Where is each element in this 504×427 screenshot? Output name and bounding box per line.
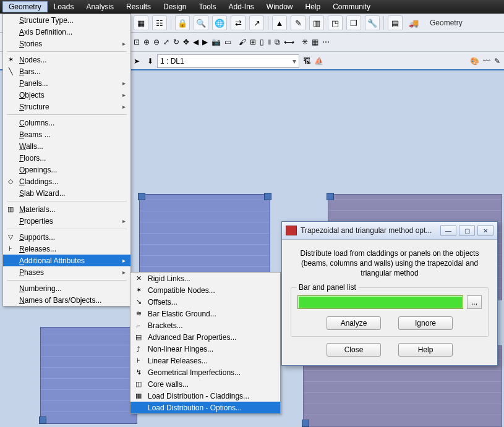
slab-left-top[interactable] xyxy=(139,194,270,279)
submenu-item[interactable]: ✶Compatible Nodes... xyxy=(130,284,280,296)
menu-analysis[interactable]: Analysis xyxy=(80,1,120,12)
menu-tools[interactable]: Tools xyxy=(192,1,222,12)
submenu-item[interactable]: ⤴Non-linear Hinges... xyxy=(130,343,280,355)
connect-icon[interactable]: ⇄ xyxy=(231,15,246,30)
dialog-titlebar[interactable]: Trapezoidal and triangular method opt...… xyxy=(282,222,497,240)
axis3d-icon[interactable]: ✳ xyxy=(302,38,308,46)
edit-icon[interactable]: ✎ xyxy=(291,15,305,30)
globe-icon[interactable]: 🌐 xyxy=(212,15,227,30)
zoom-window-icon[interactable]: ⊡ xyxy=(134,38,140,46)
menu-item[interactable]: Numbering... xyxy=(3,282,130,294)
box-icon[interactable]: ▭ xyxy=(224,38,231,46)
slab-left-bot[interactable] xyxy=(40,327,137,424)
loadcase-select[interactable]: 1 : DL1 ▾ xyxy=(157,54,299,68)
section-icon[interactable]: ▯ xyxy=(260,38,264,46)
handle[interactable] xyxy=(264,193,271,200)
menu-item[interactable]: Columns... xyxy=(3,117,130,129)
submenu-item[interactable]: ≋Bar Elastic Ground... xyxy=(130,308,280,319)
pointer-icon[interactable]: ➤ xyxy=(134,57,140,66)
help-button[interactable]: Help xyxy=(398,343,453,357)
menu-addins[interactable]: Add-Ins xyxy=(222,1,260,12)
minimize-button[interactable]: — xyxy=(440,225,456,236)
browse-button[interactable]: ... xyxy=(467,295,482,309)
menu-item[interactable]: ▥Materials... xyxy=(3,203,130,215)
menu-item[interactable]: ▽Supports... xyxy=(3,231,130,243)
submenu-item[interactable]: Load Distribution - Options... xyxy=(130,402,280,413)
submenu-item[interactable]: ▦Load Distribution - Claddings... xyxy=(130,390,280,402)
layout-icon[interactable]: ▤ xyxy=(388,15,403,30)
menu-item[interactable]: ◇Claddings... xyxy=(3,175,130,187)
handle[interactable] xyxy=(138,193,145,200)
menu-community[interactable]: Community xyxy=(327,1,377,12)
brush-icon[interactable]: 🖌 xyxy=(239,38,246,46)
menu-item[interactable]: Floors... xyxy=(3,152,130,164)
menu-item[interactable]: Stories▸ xyxy=(3,38,130,49)
wall-icon[interactable]: ▥ xyxy=(309,15,324,30)
cube-icon[interactable]: ◳ xyxy=(328,15,343,30)
ignore-button[interactable]: Ignore xyxy=(398,316,453,330)
calc-icon[interactable]: ▦ xyxy=(134,15,148,30)
menu-item[interactable]: Slab Wizard... xyxy=(3,187,130,199)
pan-icon[interactable]: ✥ xyxy=(183,38,189,46)
zoom-in-icon[interactable]: ⊕ xyxy=(143,38,150,46)
menu-window[interactable]: Window xyxy=(260,1,299,12)
axis-icon[interactable]: ↗ xyxy=(249,15,264,30)
ship-icon[interactable]: ⛵ xyxy=(314,57,323,66)
submenu-item[interactable]: ↘Offsets... xyxy=(130,296,280,308)
menu-item[interactable]: Axis Definition... xyxy=(3,26,130,38)
close-button[interactable]: Close xyxy=(327,343,381,357)
table-icon[interactable]: ☷ xyxy=(152,15,167,30)
submenu-item[interactable]: ↯Geometrical Imperfections... xyxy=(130,366,280,378)
submenu-item[interactable]: ⌐Brackets... xyxy=(130,319,280,331)
foundation-icon[interactable]: 🏗 xyxy=(303,57,310,66)
menu-item[interactable]: Phases▸ xyxy=(3,266,130,278)
menu-geometry[interactable]: Geometry xyxy=(2,1,48,12)
menu-item[interactable]: ✶Nodes... xyxy=(3,54,130,66)
menu-item[interactable]: Additional Attributes▸ xyxy=(3,255,130,266)
submenu-item[interactable]: ▤Advanced Bar Properties... xyxy=(130,331,280,343)
menu-item[interactable]: Properties▸ xyxy=(3,215,130,227)
tool-icon[interactable]: ✎ xyxy=(494,57,500,66)
menu-item[interactable]: ⊦Releases... xyxy=(3,243,130,255)
menu-item[interactable]: Objects▸ xyxy=(3,89,130,101)
submenu-item[interactable]: ◫Core walls... xyxy=(130,378,280,390)
cube3d-icon[interactable]: ❒ xyxy=(346,15,361,30)
menu-item[interactable]: Beams ... xyxy=(3,129,130,140)
menu-loads[interactable]: Loads xyxy=(48,1,80,12)
menu-item[interactable]: Panels...▸ xyxy=(3,77,130,89)
menu-item[interactable]: ╲Bars... xyxy=(3,66,130,77)
menu-item[interactable]: Walls... xyxy=(3,140,130,152)
menu-design[interactable]: Design xyxy=(157,1,192,12)
menu-results[interactable]: Results xyxy=(120,1,157,12)
wrench-icon[interactable]: 🔧 xyxy=(365,15,380,30)
menu-item[interactable]: Structure Type... xyxy=(3,14,130,26)
align-icon[interactable]: ⫴ xyxy=(268,38,271,46)
lock-icon[interactable]: 🔒 xyxy=(175,15,190,30)
more-icon[interactable]: ⋯ xyxy=(322,38,330,46)
prev-view-icon[interactable]: ◀ xyxy=(193,38,199,46)
close-window-button[interactable]: ✕ xyxy=(477,225,493,236)
palette-icon[interactable]: 🎨 xyxy=(470,57,479,66)
next-view-icon[interactable]: ▶ xyxy=(202,38,208,46)
menu-item[interactable]: Openings... xyxy=(3,164,130,175)
model-icon[interactable]: ▲ xyxy=(272,15,287,30)
wave-icon[interactable]: 〰 xyxy=(483,57,490,66)
submenu-item[interactable]: ✕Rigid Links... xyxy=(130,273,280,284)
rotate-icon[interactable]: ↻ xyxy=(173,38,179,46)
bar-panel-input[interactable] xyxy=(297,295,463,309)
menu-help[interactable]: Help xyxy=(299,1,327,12)
zoom-icon[interactable]: 🔍 xyxy=(194,15,208,30)
grid-icon[interactable]: ▦ xyxy=(312,38,318,46)
handle[interactable] xyxy=(39,416,46,424)
menu-item[interactable]: Structure▸ xyxy=(3,101,130,112)
handle[interactable] xyxy=(302,420,309,427)
submenu-item[interactable]: ⊦Linear Releases... xyxy=(130,355,280,366)
snap-icon[interactable]: ⊞ xyxy=(250,38,256,46)
zoom-fit-icon[interactable]: ⤢ xyxy=(163,38,169,46)
analyze-button[interactable]: Analyze xyxy=(327,316,381,330)
screenshot-icon[interactable]: 📷 xyxy=(211,38,221,46)
truck-icon[interactable]: 🚚 xyxy=(406,16,421,30)
zoom-out-icon[interactable]: ⊖ xyxy=(153,38,160,46)
flip-icon[interactable]: ⟷ xyxy=(284,38,294,46)
menu-item[interactable]: Names of Bars/Objects... xyxy=(3,294,130,306)
